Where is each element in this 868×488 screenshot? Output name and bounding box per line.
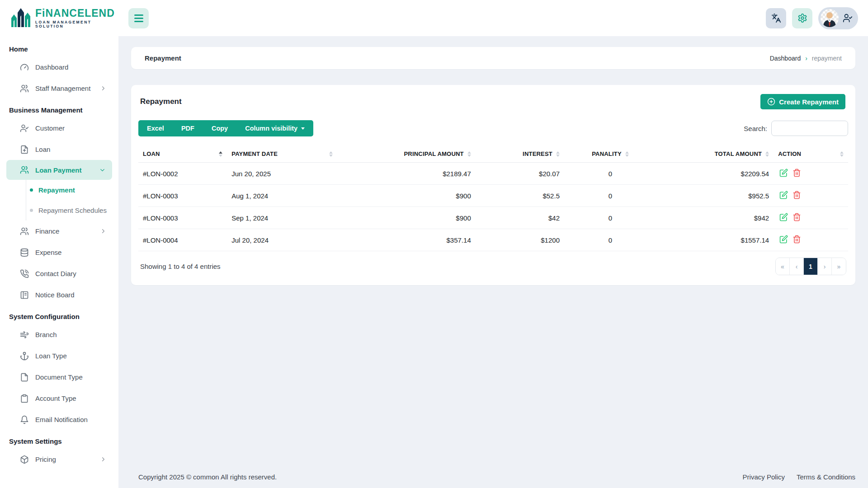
settings-button[interactable] [792,8,812,28]
sort-icon [467,151,471,157]
brand-logo-icon [11,6,31,30]
terms-conditions-link[interactable]: Terms & Conditions [797,473,855,481]
delete-button[interactable] [791,169,802,177]
sidebar-item-label: Loan Payment [35,166,82,174]
sidebar-item-label: Staff Management [35,84,90,92]
pagination-next[interactable]: › [818,258,832,275]
sidebar-item-staff-management[interactable]: Staff Management [0,78,118,99]
gear-icon [797,13,807,23]
edit-button[interactable] [778,169,789,177]
column-visibility-button[interactable]: Column visibility [236,120,313,136]
sidebar-subitem-label: Repayment [38,186,75,194]
search-input[interactable] [771,121,848,136]
pagination-last[interactable]: » [832,258,846,275]
chevron-down-icon [99,167,106,174]
sidebar-item-label: Notice Board [35,291,75,299]
column-header-interest[interactable]: INTEREST [476,145,564,163]
column-header-loan[interactable]: LOAN [138,145,227,163]
sidebar-item-branch[interactable]: Branch [0,324,118,345]
sidebar-item-dashboard[interactable]: Dashboard [0,56,118,78]
sidebar-subitem-repayment[interactable]: Repayment [26,180,118,200]
column-header-principal-amount[interactable]: PRINCIPAL AMOUNT [337,145,476,163]
table-summary: Showing 1 to 4 of 4 entries [140,263,221,270]
column-visibility-label: Column visibility [245,125,297,132]
cell-total: $942 [656,207,774,229]
cell-principal: $900 [337,185,476,207]
sidebar-item-pricing[interactable]: Pricing [0,449,118,470]
cell-interest: $42 [476,207,564,229]
pagination-prev[interactable]: ‹ [790,258,804,275]
topbar: FiNANCELEND LOAN MANAGEMENT SOLUTION [0,0,868,36]
phone-call-icon [20,269,29,278]
sidebar-subitem-label: Repayment Schedules [38,206,107,214]
delete-button[interactable] [791,191,802,199]
delete-button[interactable] [791,235,802,244]
language-button[interactable] [766,8,786,28]
column-header-total-amount[interactable]: TOTAL AMOUNT [656,145,774,163]
sidebar: Home Dashboard Staff Management Business… [0,36,118,488]
user-menu[interactable] [818,7,858,29]
export-pdf-button[interactable]: PDF [173,120,203,136]
cell-loan: #LON-0004 [138,229,227,251]
edit-button[interactable] [778,213,789,221]
column-header-panality[interactable]: PANALITY [564,145,656,163]
breadcrumb-dashboard[interactable]: Dashboard [770,55,801,62]
edit-icon [779,235,788,244]
sort-icon [840,151,844,157]
column-header-payment-date[interactable]: PAYMENT DATE [227,145,337,163]
brand-logo[interactable]: FiNANCELEND LOAN MANAGEMENT SOLUTION [0,6,118,30]
sidebar-item-label: Finance [35,227,59,235]
sidebar-item-customer[interactable]: Customer [0,117,118,139]
sidebar-item-loan-type[interactable]: Loan Type [0,345,118,366]
panel-title: Repayment [140,97,182,106]
page-header-card: Repayment Dashboard › repayment [131,47,855,69]
breadcrumb-separator-icon: › [805,55,807,62]
sidebar-subitem-repayment-schedules[interactable]: Repayment Schedules [26,200,118,221]
package-icon [20,455,29,464]
create-repayment-button[interactable]: Create Repayment [760,94,845,109]
users-icon [20,84,29,93]
table-row: #LON-0004 Jul 20, 2024 $357.14 $1200 0 $… [138,229,848,251]
export-copy-button[interactable]: Copy [203,120,236,136]
file-icon [20,373,29,382]
sidebar-item-loan-payment[interactable]: Loan Payment [6,160,112,180]
sidebar-item-contact-diary[interactable]: Contact Diary [0,263,118,284]
bullet-icon [30,188,33,192]
sort-icon [556,151,560,157]
sidebar-item-document-type[interactable]: Document Type [0,366,118,388]
sidebar-item-loan[interactable]: Loan [0,139,118,160]
sidebar-section-home: Home [0,38,118,56]
chevron-right-icon [100,456,107,463]
cell-interest: $20.07 [476,163,564,185]
table-toolbar: Excel PDF Copy Column visibility Search: [138,120,848,136]
delete-button[interactable] [791,213,802,221]
edit-button[interactable] [778,235,789,244]
repayment-table: LOAN PAYMENT DATE PRINCIPAL AMOUNT INTER… [138,145,848,251]
sort-icon [765,151,769,157]
clipboard-icon [20,394,29,403]
sort-icon [329,151,333,157]
sidebar-toggle-button[interactable] [128,8,149,28]
pagination-page-1[interactable]: 1 [804,258,818,275]
sidebar-section-system-configuration: System Configuration [0,305,118,324]
column-header-action[interactable]: ACTION [774,145,848,163]
cell-panality: 0 [564,185,656,207]
bell-icon [20,415,29,424]
user-check-icon [843,13,853,23]
edit-button[interactable] [778,191,789,199]
export-excel-button[interactable]: Excel [138,120,173,136]
pagination-first[interactable]: « [776,258,790,275]
sidebar-item-notice-board[interactable]: Notice Board [0,284,118,305]
sidebar-item-finance[interactable]: Finance [0,221,118,242]
sidebar-item-expense[interactable]: Expense [0,242,118,263]
loan-payment-submenu: Repayment Repayment Schedules [26,180,118,221]
edit-icon [779,213,788,221]
privacy-policy-link[interactable]: Privacy Policy [743,473,785,481]
sidebar-item-email-notification[interactable]: Email Notification [0,409,118,430]
topbar-actions [766,7,858,29]
table-row: #LON-0003 Aug 1, 2024 $900 $52.5 0 $952.… [138,185,848,207]
export-button-group: Excel PDF Copy Column visibility [138,120,313,136]
sidebar-item-label: Pricing [35,455,56,463]
cell-principal: $357.14 [337,229,476,251]
sidebar-item-account-type[interactable]: Account Type [0,388,118,409]
